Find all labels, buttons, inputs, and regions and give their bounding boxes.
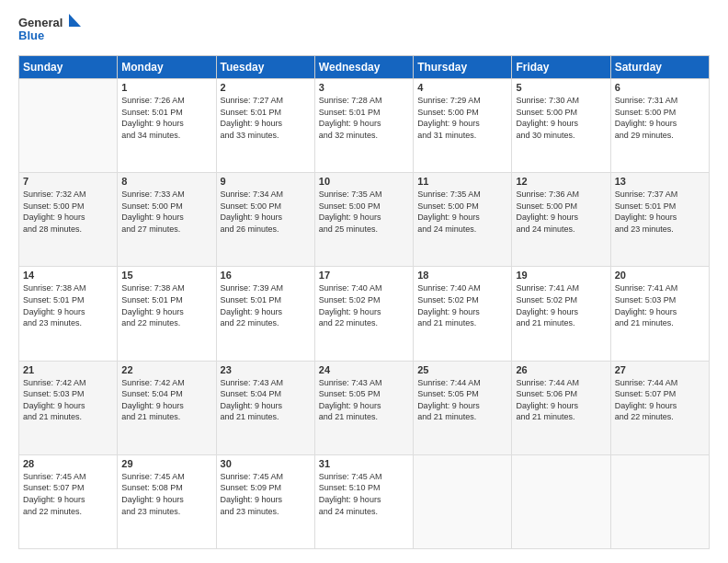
day-info: Sunrise: 7:33 AM Sunset: 5:00 PM Dayligh… bbox=[121, 189, 211, 235]
calendar-cell: 9Sunrise: 7:34 AM Sunset: 5:00 PM Daylig… bbox=[216, 173, 314, 267]
day-info: Sunrise: 7:44 AM Sunset: 5:07 PM Dayligh… bbox=[615, 377, 705, 423]
day-number: 3 bbox=[319, 82, 409, 93]
calendar-cell: 15Sunrise: 7:38 AM Sunset: 5:01 PM Dayli… bbox=[118, 267, 216, 361]
day-info: Sunrise: 7:32 AM Sunset: 5:00 PM Dayligh… bbox=[23, 189, 113, 235]
day-number: 26 bbox=[516, 364, 606, 375]
day-number: 13 bbox=[615, 176, 705, 187]
day-info: Sunrise: 7:43 AM Sunset: 5:05 PM Dayligh… bbox=[319, 377, 409, 423]
calendar-cell: 23Sunrise: 7:43 AM Sunset: 5:04 PM Dayli… bbox=[216, 361, 314, 454]
day-number: 5 bbox=[516, 82, 606, 93]
day-number: 17 bbox=[319, 270, 409, 281]
day-info: Sunrise: 7:45 AM Sunset: 5:08 PM Dayligh… bbox=[121, 471, 211, 517]
calendar-header-tuesday: Tuesday bbox=[216, 56, 314, 79]
day-info: Sunrise: 7:41 AM Sunset: 5:02 PM Dayligh… bbox=[516, 282, 606, 328]
day-info: Sunrise: 7:45 AM Sunset: 5:10 PM Dayligh… bbox=[319, 471, 409, 517]
calendar-header-friday: Friday bbox=[512, 56, 610, 79]
calendar-week-4: 21Sunrise: 7:42 AM Sunset: 5:03 PM Dayli… bbox=[19, 361, 710, 454]
calendar-week-5: 28Sunrise: 7:45 AM Sunset: 5:07 PM Dayli… bbox=[19, 454, 710, 548]
day-number: 14 bbox=[23, 270, 113, 281]
day-number: 19 bbox=[516, 270, 606, 281]
calendar-header-thursday: Thursday bbox=[414, 56, 512, 79]
day-info: Sunrise: 7:43 AM Sunset: 5:04 PM Dayligh… bbox=[221, 377, 311, 423]
calendar-header-wednesday: Wednesday bbox=[314, 56, 413, 79]
calendar-cell: 25Sunrise: 7:44 AM Sunset: 5:05 PM Dayli… bbox=[414, 361, 512, 454]
day-info: Sunrise: 7:45 AM Sunset: 5:07 PM Dayligh… bbox=[23, 471, 113, 517]
day-info: Sunrise: 7:40 AM Sunset: 5:02 PM Dayligh… bbox=[417, 282, 507, 328]
svg-text:Blue: Blue bbox=[18, 29, 44, 42]
calendar-cell: 12Sunrise: 7:36 AM Sunset: 5:00 PM Dayli… bbox=[512, 173, 610, 267]
calendar-cell bbox=[610, 454, 709, 548]
calendar-cell: 18Sunrise: 7:40 AM Sunset: 5:02 PM Dayli… bbox=[414, 267, 512, 361]
calendar-cell: 24Sunrise: 7:43 AM Sunset: 5:05 PM Dayli… bbox=[314, 361, 413, 454]
day-info: Sunrise: 7:36 AM Sunset: 5:00 PM Dayligh… bbox=[516, 189, 606, 235]
calendar-cell bbox=[512, 454, 610, 548]
calendar-cell: 6Sunrise: 7:31 AM Sunset: 5:00 PM Daylig… bbox=[610, 79, 709, 173]
svg-text:General: General bbox=[18, 16, 63, 29]
day-info: Sunrise: 7:39 AM Sunset: 5:01 PM Dayligh… bbox=[221, 282, 311, 328]
day-info: Sunrise: 7:35 AM Sunset: 5:00 PM Dayligh… bbox=[417, 189, 507, 235]
day-number: 20 bbox=[615, 270, 705, 281]
day-number: 8 bbox=[121, 176, 211, 187]
day-info: Sunrise: 7:31 AM Sunset: 5:00 PM Dayligh… bbox=[615, 95, 705, 141]
calendar-table: SundayMondayTuesdayWednesdayThursdayFrid… bbox=[18, 55, 710, 549]
calendar-cell: 20Sunrise: 7:41 AM Sunset: 5:03 PM Dayli… bbox=[610, 267, 709, 361]
calendar-cell: 1Sunrise: 7:26 AM Sunset: 5:01 PM Daylig… bbox=[118, 79, 216, 173]
calendar-cell bbox=[19, 79, 118, 173]
day-info: Sunrise: 7:28 AM Sunset: 5:01 PM Dayligh… bbox=[319, 95, 409, 141]
calendar-header-monday: Monday bbox=[118, 56, 216, 79]
calendar-cell: 11Sunrise: 7:35 AM Sunset: 5:00 PM Dayli… bbox=[414, 173, 512, 267]
day-info: Sunrise: 7:45 AM Sunset: 5:09 PM Dayligh… bbox=[221, 471, 311, 517]
page: GeneralBlue SundayMondayTuesdayWednesday… bbox=[0, 0, 728, 563]
calendar-cell: 21Sunrise: 7:42 AM Sunset: 5:03 PM Dayli… bbox=[19, 361, 118, 454]
calendar-cell: 14Sunrise: 7:38 AM Sunset: 5:01 PM Dayli… bbox=[19, 267, 118, 361]
calendar-cell bbox=[414, 454, 512, 548]
calendar-cell: 29Sunrise: 7:45 AM Sunset: 5:08 PM Dayli… bbox=[118, 454, 216, 548]
day-number: 31 bbox=[319, 458, 409, 469]
day-number: 7 bbox=[23, 176, 113, 187]
day-info: Sunrise: 7:44 AM Sunset: 5:06 PM Dayligh… bbox=[516, 377, 606, 423]
day-number: 16 bbox=[221, 270, 311, 281]
calendar-header-sunday: Sunday bbox=[19, 56, 118, 79]
day-info: Sunrise: 7:27 AM Sunset: 5:01 PM Dayligh… bbox=[221, 95, 311, 141]
calendar-cell: 16Sunrise: 7:39 AM Sunset: 5:01 PM Dayli… bbox=[216, 267, 314, 361]
calendar-cell: 7Sunrise: 7:32 AM Sunset: 5:00 PM Daylig… bbox=[19, 173, 118, 267]
calendar-cell: 10Sunrise: 7:35 AM Sunset: 5:00 PM Dayli… bbox=[314, 173, 413, 267]
calendar-cell: 2Sunrise: 7:27 AM Sunset: 5:01 PM Daylig… bbox=[216, 79, 314, 173]
day-number: 11 bbox=[417, 176, 507, 187]
day-number: 6 bbox=[615, 82, 705, 93]
day-info: Sunrise: 7:42 AM Sunset: 5:04 PM Dayligh… bbox=[121, 377, 211, 423]
day-number: 2 bbox=[221, 82, 311, 93]
calendar-cell: 3Sunrise: 7:28 AM Sunset: 5:01 PM Daylig… bbox=[314, 79, 413, 173]
day-number: 23 bbox=[221, 364, 311, 375]
calendar-cell: 31Sunrise: 7:45 AM Sunset: 5:10 PM Dayli… bbox=[314, 454, 413, 548]
day-number: 24 bbox=[319, 364, 409, 375]
calendar-cell: 19Sunrise: 7:41 AM Sunset: 5:02 PM Dayli… bbox=[512, 267, 610, 361]
day-info: Sunrise: 7:29 AM Sunset: 5:00 PM Dayligh… bbox=[417, 95, 507, 141]
day-number: 27 bbox=[615, 364, 705, 375]
day-number: 22 bbox=[121, 364, 211, 375]
calendar-week-3: 14Sunrise: 7:38 AM Sunset: 5:01 PM Dayli… bbox=[19, 267, 710, 361]
calendar-cell: 22Sunrise: 7:42 AM Sunset: 5:04 PM Dayli… bbox=[118, 361, 216, 454]
day-info: Sunrise: 7:35 AM Sunset: 5:00 PM Dayligh… bbox=[319, 189, 409, 235]
day-info: Sunrise: 7:44 AM Sunset: 5:05 PM Dayligh… bbox=[417, 377, 507, 423]
day-info: Sunrise: 7:37 AM Sunset: 5:01 PM Dayligh… bbox=[615, 189, 705, 235]
day-number: 28 bbox=[23, 458, 113, 469]
day-number: 30 bbox=[221, 458, 311, 469]
day-info: Sunrise: 7:34 AM Sunset: 5:00 PM Dayligh… bbox=[221, 189, 311, 235]
calendar-cell: 4Sunrise: 7:29 AM Sunset: 5:00 PM Daylig… bbox=[414, 79, 512, 173]
calendar-cell: 13Sunrise: 7:37 AM Sunset: 5:01 PM Dayli… bbox=[610, 173, 709, 267]
day-number: 9 bbox=[221, 176, 311, 187]
logo: GeneralBlue bbox=[18, 14, 83, 46]
day-number: 29 bbox=[121, 458, 211, 469]
calendar-cell: 8Sunrise: 7:33 AM Sunset: 5:00 PM Daylig… bbox=[118, 173, 216, 267]
day-info: Sunrise: 7:40 AM Sunset: 5:02 PM Dayligh… bbox=[319, 282, 409, 328]
calendar-cell: 27Sunrise: 7:44 AM Sunset: 5:07 PM Dayli… bbox=[610, 361, 709, 454]
day-info: Sunrise: 7:26 AM Sunset: 5:01 PM Dayligh… bbox=[121, 95, 211, 141]
calendar-cell: 28Sunrise: 7:45 AM Sunset: 5:07 PM Dayli… bbox=[19, 454, 118, 548]
day-info: Sunrise: 7:30 AM Sunset: 5:00 PM Dayligh… bbox=[516, 95, 606, 141]
calendar-cell: 26Sunrise: 7:44 AM Sunset: 5:06 PM Dayli… bbox=[512, 361, 610, 454]
header: GeneralBlue bbox=[18, 14, 710, 46]
calendar-cell: 5Sunrise: 7:30 AM Sunset: 5:00 PM Daylig… bbox=[512, 79, 610, 173]
logo-svg: GeneralBlue bbox=[18, 14, 83, 46]
day-info: Sunrise: 7:41 AM Sunset: 5:03 PM Dayligh… bbox=[615, 282, 705, 328]
